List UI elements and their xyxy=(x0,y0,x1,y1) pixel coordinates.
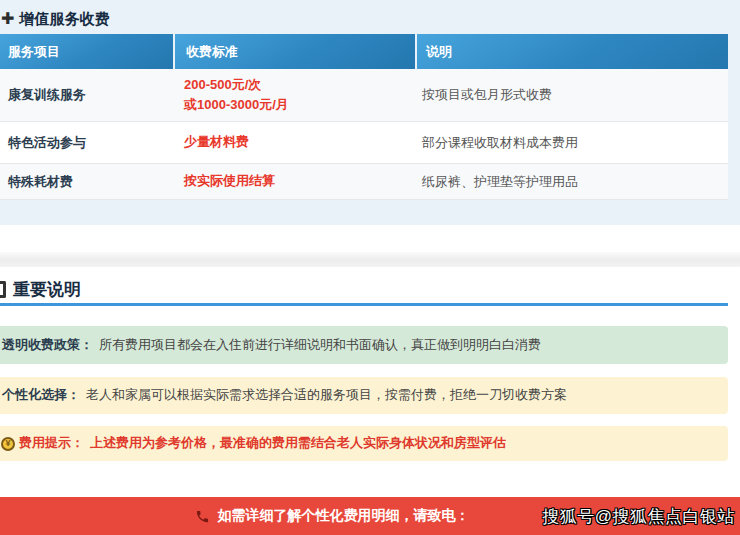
note-text: 上述费用为参考价格，最准确的费用需结合老人实际身体状况和房型评估 xyxy=(90,434,506,452)
fees-table-header: 服务项目 收费标准 说明 xyxy=(0,34,728,69)
note-text: 所有费用项目都会在入住前进行详细说明和书面确认，真正做到明明白白消费 xyxy=(99,336,541,354)
table-row: 康复训练服务 200-500元/次 或1000-3000元/月 按项目或包月形式… xyxy=(0,69,728,122)
document-icon xyxy=(0,281,6,298)
header-fee-standard: 收费标准 xyxy=(175,34,415,69)
note-transparent-policy: 透明收费政策： 所有费用项目都会在入住前进行详细说明和书面确认，真正做到明明白白… xyxy=(0,326,728,364)
notes-heading: 重要说明 xyxy=(0,284,728,306)
note-label: 个性化选择： xyxy=(2,386,80,404)
row-service-name: 康复训练服务 xyxy=(0,69,173,121)
row-note: 部分课程收取材料成本费用 xyxy=(413,122,728,163)
notes-section: 重要说明 透明收费政策： 所有费用项目都会在入住前进行详细说明和书面确认，真正做… xyxy=(0,267,740,497)
row-price: 少量材料费 xyxy=(173,122,413,163)
header-service-item: 服务项目 xyxy=(0,34,173,69)
row-note: 纸尿裤、护理垫等护理用品 xyxy=(413,164,728,199)
table-row: 特色活动参与 少量材料费 部分课程收取材料成本费用 xyxy=(0,122,728,164)
note-fee-alert: ¥ 费用提示： 上述费用为参考价格，最准确的费用需结合老人实际身体状况和房型评估 xyxy=(0,426,728,461)
fees-section-title: ✚ 增值服务收费 xyxy=(0,8,740,30)
fees-section: ✚ 增值服务收费 服务项目 收费标准 说明 康复训练服务 200-500元/次 … xyxy=(0,0,740,225)
row-note: 按项目或包月形式收费 xyxy=(413,69,728,121)
phone-cta-text: 如需详细了解个性化费用明细，请致电： xyxy=(218,507,470,525)
row-service-name: 特色活动参与 xyxy=(0,122,173,163)
header-description: 说明 xyxy=(417,34,728,69)
notes-title-text: 重要说明 xyxy=(13,278,81,301)
note-label: 费用提示： xyxy=(19,434,84,452)
row-price: 按实际使用结算 xyxy=(173,164,413,199)
plus-icon: ✚ xyxy=(1,11,14,27)
pricing-page: ✚ 增值服务收费 服务项目 收费标准 说明 康复训练服务 200-500元/次 … xyxy=(0,0,740,535)
section-gap xyxy=(0,225,740,252)
row-service-name: 特殊耗材费 xyxy=(0,164,173,199)
note-label: 透明收费政策： xyxy=(2,336,93,354)
sohu-watermark: 搜狐号@搜狐焦点白银站 xyxy=(542,505,735,528)
fees-title-text: 增值服务收费 xyxy=(19,10,109,29)
table-row: 特殊耗材费 按实际使用结算 纸尿裤、护理垫等护理用品 xyxy=(0,164,728,200)
note-text: 老人和家属可以根据实际需求选择合适的服务项目，按需付费，拒绝一刀切收费方案 xyxy=(86,386,567,404)
row-price: 200-500元/次 或1000-3000元/月 xyxy=(173,69,413,121)
fees-table: 服务项目 收费标准 说明 康复训练服务 200-500元/次 或1000-300… xyxy=(0,34,728,200)
note-personalized-choice: 个性化选择： 老人和家属可以根据实际需求选择合适的服务项目，按需付费，拒绝一刀切… xyxy=(0,377,728,414)
coin-icon: ¥ xyxy=(1,437,15,451)
divider-band xyxy=(0,252,740,267)
phone-icon xyxy=(195,509,210,524)
phone-cta-banner: 如需详细了解个性化费用明细，请致电： 搜狐号@搜狐焦点白银站 xyxy=(0,497,740,535)
